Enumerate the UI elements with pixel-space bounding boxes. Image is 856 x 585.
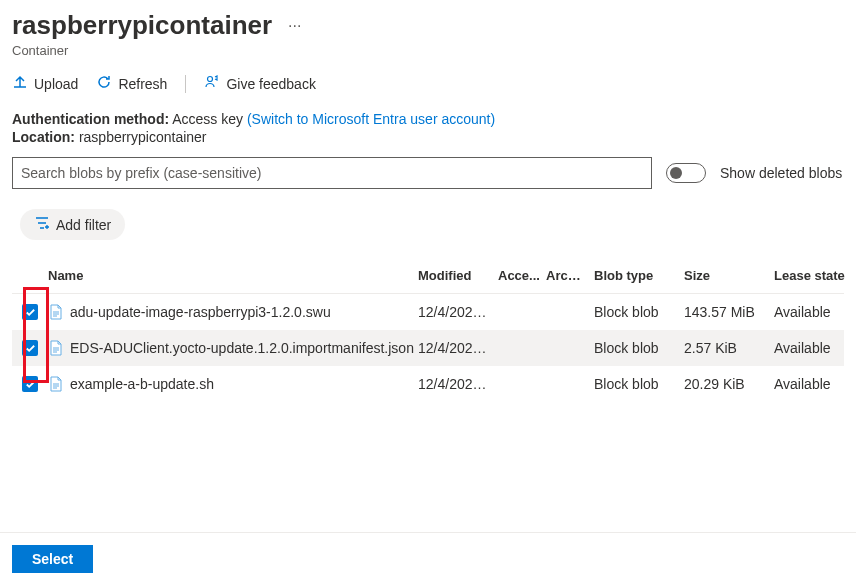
filter-icon <box>34 215 50 234</box>
search-input[interactable] <box>12 157 652 189</box>
table-row[interactable]: example-a-b-update.sh12/4/2024,...Block … <box>12 366 844 402</box>
cell-size: 143.57 MiB <box>684 304 774 320</box>
toolbar: Upload Refresh Give feedback <box>12 74 844 93</box>
auth-value: Access key <box>172 111 243 127</box>
search-row: Show deleted blobs <box>12 157 844 189</box>
col-size[interactable]: Size <box>684 268 774 283</box>
add-filter-button[interactable]: Add filter <box>20 209 125 240</box>
row-checkbox[interactable] <box>12 304 48 320</box>
footer: Select <box>0 532 856 585</box>
cell-blobtype: Block blob <box>594 304 684 320</box>
upload-icon <box>12 74 28 93</box>
cell-modified: 12/4/2024,... <box>418 340 498 356</box>
auth-switch-link[interactable]: (Switch to Microsoft Entra user account) <box>247 111 495 127</box>
refresh-label: Refresh <box>118 76 167 92</box>
cell-name[interactable]: example-a-b-update.sh <box>48 376 418 392</box>
upload-label: Upload <box>34 76 78 92</box>
blob-table: Name Modified Acce... Archi... Blob type… <box>12 258 844 402</box>
svg-point-0 <box>208 77 213 82</box>
col-access[interactable]: Acce... <box>498 268 546 283</box>
cell-blobtype: Block blob <box>594 376 684 392</box>
table-row[interactable]: EDS-ADUClient.yocto-update.1.2.0.importm… <box>12 330 844 366</box>
col-blobtype[interactable]: Blob type <box>594 268 684 283</box>
cell-name[interactable]: adu-update-image-raspberrypi3-1.2.0.swu <box>48 304 418 320</box>
show-deleted-label: Show deleted blobs <box>720 165 842 181</box>
table-row[interactable]: adu-update-image-raspberrypi3-1.2.0.swu1… <box>12 294 844 330</box>
cell-size: 20.29 KiB <box>684 376 774 392</box>
location-value: raspberrypicontainer <box>79 129 207 145</box>
add-filter-label: Add filter <box>56 217 111 233</box>
toolbar-divider <box>185 75 186 93</box>
cell-lease: Available <box>774 340 856 356</box>
location-row: Location: raspberrypicontainer <box>12 129 844 145</box>
cell-modified: 12/4/2024,... <box>418 304 498 320</box>
cell-size: 2.57 KiB <box>684 340 774 356</box>
col-lease[interactable]: Lease state <box>774 268 856 283</box>
row-checkbox[interactable] <box>12 376 48 392</box>
show-deleted-toggle[interactable] <box>666 163 706 183</box>
cell-lease: Available <box>774 376 856 392</box>
refresh-button[interactable]: Refresh <box>96 74 167 93</box>
col-name[interactable]: Name <box>48 268 418 283</box>
feedback-label: Give feedback <box>226 76 316 92</box>
refresh-icon <box>96 74 112 93</box>
row-checkbox[interactable] <box>12 340 48 356</box>
cell-lease: Available <box>774 304 856 320</box>
select-button[interactable]: Select <box>12 545 93 573</box>
col-archive[interactable]: Archi... <box>546 268 594 283</box>
auth-row: Authentication method: Access key (Switc… <box>12 111 844 127</box>
cell-modified: 12/4/2024,... <box>418 376 498 392</box>
page-title: raspberrypicontainer <box>12 10 272 41</box>
cell-name[interactable]: EDS-ADUClient.yocto-update.1.2.0.importm… <box>48 340 418 356</box>
upload-button[interactable]: Upload <box>12 74 78 93</box>
feedback-icon <box>204 74 220 93</box>
location-label: Location: <box>12 129 75 145</box>
table-header: Name Modified Acce... Archi... Blob type… <box>12 258 844 294</box>
header: raspberrypicontainer ··· <box>12 10 844 41</box>
col-modified[interactable]: Modified <box>418 268 498 283</box>
cell-blobtype: Block blob <box>594 340 684 356</box>
page-subtitle: Container <box>12 43 844 58</box>
more-button[interactable]: ··· <box>282 15 307 37</box>
auth-label: Authentication method: <box>12 111 169 127</box>
feedback-button[interactable]: Give feedback <box>204 74 316 93</box>
